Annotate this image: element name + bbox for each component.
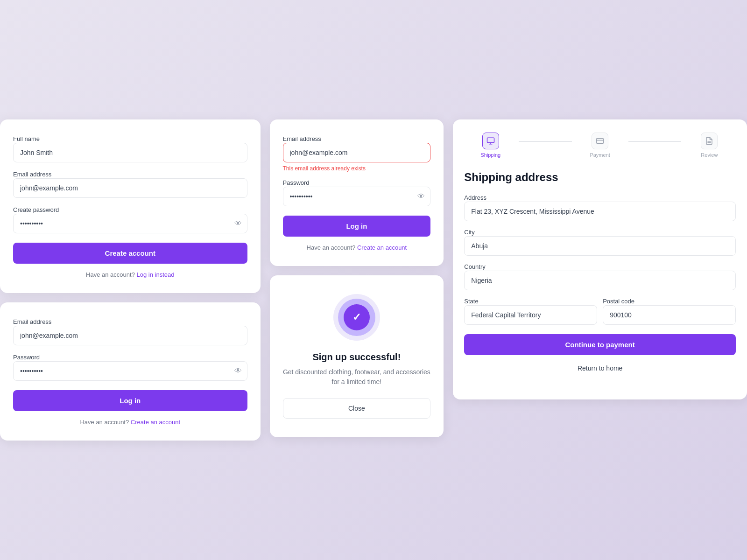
divider-1	[519, 141, 571, 142]
login-button-bottom[interactable]: Log in	[13, 390, 247, 411]
shipping-step-icon	[482, 133, 499, 149]
login-footer-bottom: Have an account? Create an account	[13, 419, 247, 426]
state-group: State	[464, 297, 597, 331]
password-wrapper-2: 👁	[283, 187, 431, 206]
success-description: Get discounted clothing, footwear, and a…	[283, 367, 431, 387]
state-postal-row: State Postal code	[464, 297, 736, 331]
payment-step-icon	[592, 133, 608, 149]
create-account-link-bottom[interactable]: Create an account	[131, 419, 180, 426]
email-label-1: Email address	[13, 171, 51, 178]
country-input[interactable]	[464, 271, 736, 290]
step-review: Review	[683, 133, 736, 158]
shipping-title: Shipping address	[464, 171, 736, 184]
email-label-3: Email address	[13, 318, 51, 325]
login-instead-link[interactable]: Log in instead	[136, 271, 174, 278]
city-label: City	[464, 229, 474, 236]
password-label-1: Create password	[13, 206, 59, 213]
state-input[interactable]	[464, 305, 597, 325]
svg-rect-1	[597, 139, 604, 144]
success-card: ✓ Sign up successful! Get discounted clo…	[270, 275, 444, 437]
success-title: Sign up successful!	[283, 352, 431, 363]
review-step-icon	[701, 133, 718, 149]
email-input-2[interactable]	[283, 143, 431, 162]
login-card-bottom: Email address Password 👁 Log in Have an …	[0, 302, 261, 441]
city-input[interactable]	[464, 236, 736, 256]
password-wrapper-3: 👁	[13, 361, 247, 381]
success-ring-inner: ✓	[344, 304, 370, 330]
return-to-home-button[interactable]: Return to home	[464, 361, 736, 376]
register-card: Full name Email address Create password …	[0, 119, 261, 293]
password-input-1[interactable]	[13, 214, 247, 233]
fullname-label: Full name	[13, 135, 40, 142]
success-icon-wrapper: ✓	[333, 294, 380, 341]
password-input-2[interactable]	[283, 187, 431, 206]
email-input-1[interactable]	[13, 178, 247, 198]
eye-icon-2[interactable]: 👁	[417, 193, 425, 200]
login-button-error[interactable]: Log in	[283, 216, 431, 237]
postal-input[interactable]	[603, 305, 736, 325]
eye-icon-3[interactable]: 👁	[234, 367, 242, 375]
shipping-card: Shipping Payment	[453, 119, 747, 399]
password-wrapper-1: 👁	[13, 214, 247, 233]
country-label: Country	[464, 263, 486, 270]
email-label-2: Email address	[283, 135, 321, 142]
login-footer-error: Have an account? Create an account	[283, 244, 431, 251]
checkmark-icon: ✓	[352, 312, 361, 322]
eye-icon-1[interactable]: 👁	[234, 220, 242, 227]
postal-label: Postal code	[603, 298, 634, 305]
divider-2	[628, 141, 681, 142]
register-footer: Have an account? Log in instead	[13, 271, 247, 278]
create-account-link-error[interactable]: Create an account	[357, 244, 407, 251]
login-card-error: Email address This email address already…	[270, 119, 444, 266]
svg-rect-0	[487, 138, 494, 143]
review-step-label: Review	[701, 152, 718, 158]
payment-step-label: Payment	[590, 152, 610, 158]
continue-to-payment-button[interactable]: Continue to payment	[464, 334, 736, 355]
password-label-3: Password	[13, 354, 40, 361]
postal-group: Postal code	[603, 297, 736, 331]
step-payment: Payment	[574, 133, 627, 158]
address-label: Address	[464, 194, 486, 201]
email-error-text: This email address already exists	[283, 165, 431, 172]
state-label: State	[464, 298, 478, 305]
shipping-step-label: Shipping	[480, 152, 500, 158]
password-label-2: Password	[283, 179, 310, 186]
address-input[interactable]	[464, 202, 736, 221]
step-shipping: Shipping	[464, 133, 517, 158]
email-input-3[interactable]	[13, 326, 247, 345]
password-input-3[interactable]	[13, 361, 247, 381]
fullname-input[interactable]	[13, 143, 247, 162]
create-account-button[interactable]: Create account	[13, 243, 247, 264]
checkout-stepper: Shipping Payment	[464, 133, 736, 158]
close-button[interactable]: Close	[283, 398, 431, 419]
